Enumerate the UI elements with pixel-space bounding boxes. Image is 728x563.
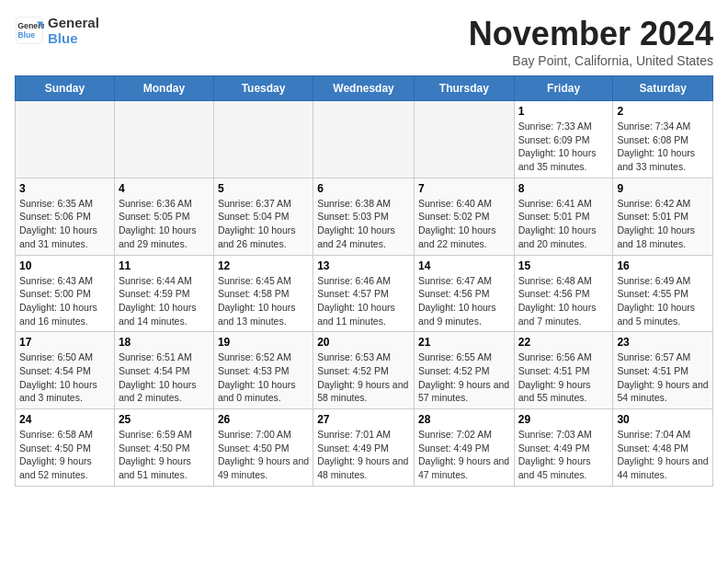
day-number: 10 (19, 259, 110, 272)
day-number: 19 (218, 336, 309, 349)
calendar-table: SundayMondayTuesdayWednesdayThursdayFrid… (15, 75, 713, 487)
day-info: Sunrise: 6:40 AMSunset: 5:02 PMDaylight:… (418, 197, 510, 251)
week-row-1: 1Sunrise: 7:33 AMSunset: 6:09 PMDaylight… (16, 101, 713, 178)
day-info: Sunrise: 6:37 AMSunset: 5:04 PMDaylight:… (218, 197, 309, 251)
day-number: 12 (218, 259, 309, 272)
day-info: Sunrise: 6:38 AMSunset: 5:03 PMDaylight:… (317, 197, 410, 251)
calendar-cell: 13Sunrise: 6:46 AMSunset: 4:57 PMDayligh… (313, 255, 415, 332)
day-number: 20 (317, 336, 410, 349)
calendar-cell: 28Sunrise: 7:02 AMSunset: 4:49 PMDayligh… (414, 409, 514, 487)
calendar-cell: 10Sunrise: 6:43 AMSunset: 5:00 PMDayligh… (16, 255, 115, 332)
day-info: Sunrise: 7:03 AMSunset: 4:49 PMDaylight:… (518, 428, 609, 482)
day-info: Sunrise: 7:04 AMSunset: 4:48 PMDaylight:… (617, 428, 709, 482)
month-title: November 2024 (469, 15, 713, 53)
day-info: Sunrise: 6:35 AMSunset: 5:06 PMDaylight:… (19, 197, 110, 251)
calendar-cell (414, 101, 514, 178)
day-number: 27 (317, 413, 410, 426)
logo-general: General (48, 15, 99, 30)
day-number: 17 (19, 336, 110, 349)
calendar-cell: 18Sunrise: 6:51 AMSunset: 4:54 PMDayligh… (114, 332, 213, 409)
day-info: Sunrise: 6:55 AMSunset: 4:52 PMDaylight:… (418, 350, 510, 405)
calendar-cell: 20Sunrise: 6:53 AMSunset: 4:52 PMDayligh… (313, 332, 415, 409)
day-number: 30 (617, 413, 709, 426)
day-number: 23 (617, 336, 709, 349)
calendar-cell: 15Sunrise: 6:48 AMSunset: 4:56 PMDayligh… (514, 255, 613, 332)
weekday-header-row: SundayMondayTuesdayWednesdayThursdayFrid… (16, 76, 713, 101)
calendar-cell: 27Sunrise: 7:01 AMSunset: 4:49 PMDayligh… (313, 409, 415, 487)
calendar-cell (16, 101, 115, 178)
calendar-cell: 16Sunrise: 6:49 AMSunset: 4:55 PMDayligh… (613, 255, 713, 332)
header: General Blue General Blue November 2024 … (15, 15, 713, 68)
calendar-cell: 8Sunrise: 6:41 AMSunset: 5:01 PMDaylight… (514, 178, 613, 255)
title-area: November 2024 Bay Point, California, Uni… (469, 15, 713, 68)
day-number: 9 (617, 182, 709, 195)
day-info: Sunrise: 6:44 AMSunset: 4:59 PMDaylight:… (119, 274, 210, 328)
svg-text:Blue: Blue (17, 30, 35, 40)
calendar-cell: 14Sunrise: 6:47 AMSunset: 4:56 PMDayligh… (414, 255, 514, 332)
weekday-header-wednesday: Wednesday (313, 76, 415, 101)
weekday-header-tuesday: Tuesday (213, 76, 313, 101)
weekday-header-thursday: Thursday (414, 76, 514, 101)
calendar-cell: 23Sunrise: 6:57 AMSunset: 4:51 PMDayligh… (613, 332, 713, 409)
calendar-cell: 4Sunrise: 6:36 AMSunset: 5:05 PMDaylight… (114, 178, 213, 255)
calendar-cell: 2Sunrise: 7:34 AMSunset: 6:08 PMDaylight… (613, 101, 713, 178)
calendar-cell: 3Sunrise: 6:35 AMSunset: 5:06 PMDaylight… (16, 178, 115, 255)
calendar-cell: 26Sunrise: 7:00 AMSunset: 4:50 PMDayligh… (213, 409, 313, 487)
day-info: Sunrise: 6:59 AMSunset: 4:50 PMDaylight:… (119, 428, 210, 482)
day-info: Sunrise: 7:01 AMSunset: 4:49 PMDaylight:… (317, 428, 410, 482)
weekday-header-saturday: Saturday (613, 76, 713, 101)
weekday-header-monday: Monday (114, 76, 213, 101)
day-info: Sunrise: 7:33 AMSunset: 6:09 PMDaylight:… (518, 120, 609, 174)
day-number: 25 (119, 413, 210, 426)
day-number: 18 (119, 336, 210, 349)
day-number: 6 (317, 182, 410, 195)
day-number: 7 (418, 182, 510, 195)
logo-icon: General Blue (15, 16, 44, 45)
week-row-3: 10Sunrise: 6:43 AMSunset: 5:00 PMDayligh… (16, 255, 713, 332)
day-info: Sunrise: 7:34 AMSunset: 6:08 PMDaylight:… (617, 120, 709, 174)
calendar-cell: 12Sunrise: 6:45 AMSunset: 4:58 PMDayligh… (213, 255, 313, 332)
day-info: Sunrise: 6:43 AMSunset: 5:00 PMDaylight:… (19, 274, 110, 328)
day-number: 21 (418, 336, 510, 349)
day-number: 14 (418, 259, 510, 272)
calendar-cell: 30Sunrise: 7:04 AMSunset: 4:48 PMDayligh… (613, 409, 713, 487)
day-number: 2 (617, 105, 709, 118)
calendar-cell: 11Sunrise: 6:44 AMSunset: 4:59 PMDayligh… (114, 255, 213, 332)
calendar-cell (114, 101, 213, 178)
day-number: 29 (518, 413, 609, 426)
day-number: 16 (617, 259, 709, 272)
calendar-cell: 21Sunrise: 6:55 AMSunset: 4:52 PMDayligh… (414, 332, 514, 409)
day-info: Sunrise: 6:51 AMSunset: 4:54 PMDaylight:… (119, 350, 210, 405)
day-info: Sunrise: 6:45 AMSunset: 4:58 PMDaylight:… (218, 274, 309, 328)
week-row-2: 3Sunrise: 6:35 AMSunset: 5:06 PMDaylight… (16, 178, 713, 255)
day-number: 8 (518, 182, 609, 195)
calendar-cell (213, 101, 313, 178)
week-row-4: 17Sunrise: 6:50 AMSunset: 4:54 PMDayligh… (16, 332, 713, 409)
calendar-cell: 17Sunrise: 6:50 AMSunset: 4:54 PMDayligh… (16, 332, 115, 409)
day-number: 5 (218, 182, 309, 195)
calendar-cell: 7Sunrise: 6:40 AMSunset: 5:02 PMDaylight… (414, 178, 514, 255)
day-info: Sunrise: 6:42 AMSunset: 5:01 PMDaylight:… (617, 197, 709, 251)
day-number: 24 (19, 413, 110, 426)
day-info: Sunrise: 6:52 AMSunset: 4:53 PMDaylight:… (218, 350, 309, 405)
calendar-cell: 22Sunrise: 6:56 AMSunset: 4:51 PMDayligh… (514, 332, 613, 409)
calendar-cell: 9Sunrise: 6:42 AMSunset: 5:01 PMDaylight… (613, 178, 713, 255)
day-number: 22 (518, 336, 609, 349)
day-number: 15 (518, 259, 609, 272)
weekday-header-friday: Friday (514, 76, 613, 101)
day-info: Sunrise: 6:49 AMSunset: 4:55 PMDaylight:… (617, 274, 709, 328)
day-info: Sunrise: 6:46 AMSunset: 4:57 PMDaylight:… (317, 274, 410, 328)
day-info: Sunrise: 6:57 AMSunset: 4:51 PMDaylight:… (617, 350, 709, 405)
day-info: Sunrise: 6:47 AMSunset: 4:56 PMDaylight:… (418, 274, 510, 328)
day-number: 28 (418, 413, 510, 426)
day-info: Sunrise: 6:41 AMSunset: 5:01 PMDaylight:… (518, 197, 609, 251)
day-info: Sunrise: 6:58 AMSunset: 4:50 PMDaylight:… (19, 428, 110, 482)
day-number: 4 (119, 182, 210, 195)
logo-blue: Blue (48, 30, 99, 46)
calendar-cell: 25Sunrise: 6:59 AMSunset: 4:50 PMDayligh… (114, 409, 213, 487)
day-info: Sunrise: 7:00 AMSunset: 4:50 PMDaylight:… (218, 428, 309, 482)
day-info: Sunrise: 6:50 AMSunset: 4:54 PMDaylight:… (19, 350, 110, 405)
day-info: Sunrise: 6:36 AMSunset: 5:05 PMDaylight:… (119, 197, 210, 251)
calendar-cell (313, 101, 415, 178)
logo: General Blue General Blue (15, 15, 99, 46)
